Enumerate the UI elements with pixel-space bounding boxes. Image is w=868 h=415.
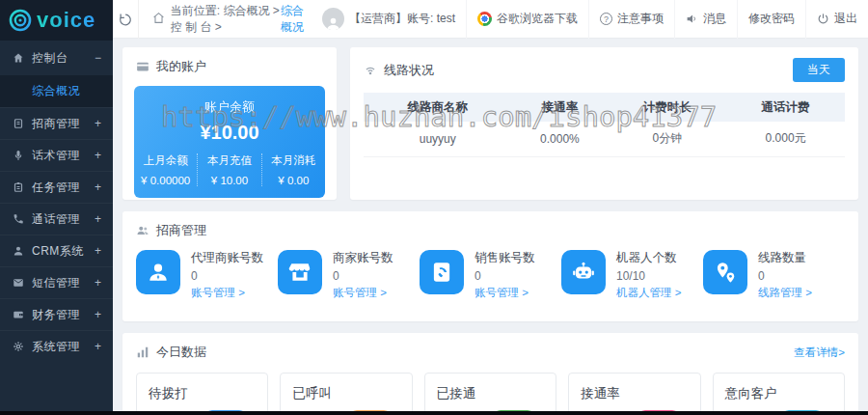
messages-link[interactable]: 消息	[674, 0, 737, 39]
balance-panel: 账户余额 ¥10.00 上月余额 ¥ 0.00000 本月充值 ¥ 10.00 …	[134, 86, 325, 198]
stat-value: 0	[475, 269, 535, 283]
sms-icon	[13, 277, 24, 289]
card-title: 招商管理	[156, 222, 206, 239]
sidebar-item-system[interactable]: 系统管理 +	[0, 330, 113, 362]
balance-label: 账户余额	[134, 98, 325, 116]
stat-label: 机器人个数	[616, 250, 681, 266]
agent-icon	[136, 250, 180, 294]
stat-label: 意向客户	[725, 385, 832, 402]
card-title: 今日数据	[156, 344, 206, 361]
today-stat-connected[interactable]: 已接通	[424, 373, 556, 415]
manage-link[interactable]: 账号管理 >	[475, 286, 535, 300]
expand-plus-icon[interactable]: +	[95, 244, 101, 258]
notice-link[interactable]: 注意事项	[588, 0, 674, 39]
sidebar-item-label: 通话管理	[32, 211, 95, 228]
stat-label: 已接通	[437, 385, 544, 402]
sidebar-item-label: 财务管理	[32, 307, 95, 323]
stat-value: ¥ 0.00000	[136, 175, 195, 186]
manage-link[interactable]: 线路管理 >	[758, 286, 812, 300]
sidebar-item-task[interactable]: 任务管理 +	[0, 171, 113, 203]
manage-link[interactable]: 账号管理 >	[333, 286, 393, 300]
messages-label: 消息	[703, 11, 726, 27]
expand-plus-icon[interactable]: +	[95, 308, 101, 321]
cell-call-fee: 0.000元	[726, 122, 845, 156]
change-password-link[interactable]: 修改密码	[737, 0, 805, 39]
call-icon	[13, 213, 24, 225]
stat-value: ¥ 0.00	[264, 175, 323, 186]
app-logo[interactable]: voice	[0, 0, 113, 41]
gear-icon	[13, 341, 24, 352]
avatar	[322, 8, 344, 30]
manage-link[interactable]: 账号管理 >	[191, 286, 263, 300]
merchant-icon	[136, 224, 149, 237]
balance-stat: 本月消耗 ¥ 0.00	[261, 153, 325, 186]
sidebar-item-console[interactable]: 控制台 −	[0, 41, 113, 75]
back-button[interactable]	[113, 0, 139, 39]
cell-connect-rate: 0.000%	[511, 122, 608, 156]
line-status-table: 线路商名称 接通率 计费时长 通话计费 uuyyuy 0.000% 0分钟 0.…	[364, 93, 845, 157]
manage-link[interactable]: 机器人管理 >	[616, 286, 681, 300]
stat-line-count: 线路数量 0 线路管理 >	[703, 250, 845, 300]
account-info[interactable]: 【运营商】账号: test	[312, 0, 466, 39]
badge-icon	[13, 118, 24, 129]
sidebar-item-label: 短信管理	[32, 275, 95, 291]
stat-value: 0	[191, 269, 263, 283]
balance-stat: 上月余额 ¥ 0.00000	[134, 153, 197, 186]
breadcrumb-current[interactable]: 综合概况	[281, 3, 312, 36]
stat-value: 10/10	[616, 269, 681, 283]
line-status-icon	[364, 64, 377, 77]
column-header: 接通率	[511, 93, 608, 122]
sidebar-item-label: CRM系统	[32, 243, 95, 260]
sidebar-item-merchant[interactable]: 招商管理 +	[0, 107, 113, 139]
card-title: 线路状况	[384, 62, 434, 79]
stat-value: 0	[333, 269, 393, 283]
stat-merchant-accounts: 商家账号数 0 账号管理 >	[278, 250, 420, 300]
today-stat-pending-calls[interactable]: 待拨打	[136, 373, 268, 415]
today-stat-connect-rate[interactable]: 接通率	[568, 373, 700, 415]
expand-plus-icon[interactable]: +	[95, 340, 101, 353]
breadcrumb: 当前位置: 综合概况 > 控 制 台 > 综合概况	[139, 3, 312, 36]
sidebar-item-label: 话术管理	[32, 148, 95, 164]
sidebar-item-script[interactable]: 话术管理 +	[0, 139, 113, 171]
today-button[interactable]: 当天	[793, 58, 845, 82]
person-icon	[13, 245, 24, 257]
stat-value: 0	[758, 269, 812, 283]
table-row[interactable]: uuyyuy 0.000% 0分钟 0.000元	[364, 122, 845, 156]
top-header: 当前位置: 综合概况 > 控 制 台 > 综合概况 【运营商】账号: test …	[113, 0, 868, 39]
home-icon	[152, 12, 165, 27]
sidebar-item-finance[interactable]: 财务管理 +	[0, 298, 113, 330]
sidebar-item-label: 控制台	[32, 50, 95, 67]
expand-plus-icon[interactable]: +	[95, 117, 101, 130]
stat-value: ¥ 10.00	[200, 175, 258, 186]
balance-stat: 本月充值 ¥ 10.00	[197, 153, 260, 186]
chrome-download-link[interactable]: 谷歌浏览器下载	[466, 0, 588, 39]
power-icon	[817, 13, 829, 25]
today-stat-intent-customers[interactable]: 意向客户	[713, 373, 845, 415]
pins-icon	[703, 250, 747, 294]
collapse-minus-icon[interactable]: −	[95, 51, 101, 65]
sidebar-item-sms[interactable]: 短信管理 +	[0, 266, 113, 298]
finance-icon	[13, 309, 24, 320]
expand-plus-icon[interactable]: +	[95, 180, 101, 194]
stat-label: 已呼叫	[292, 385, 399, 402]
today-stat-called[interactable]: 已呼叫	[280, 373, 412, 415]
stat-label: 上月余额	[136, 153, 195, 168]
sidebar-item-crm[interactable]: CRM系统 +	[0, 235, 113, 266]
column-header: 通话计费	[726, 93, 845, 122]
see-details-link[interactable]: 查看详情>	[794, 346, 845, 360]
mic-icon	[13, 150, 24, 161]
sidebar-item-calls[interactable]: 通话管理 +	[0, 203, 113, 235]
stat-robot-count: 机器人个数 10/10 机器人管理 >	[561, 250, 703, 300]
expand-plus-icon[interactable]: +	[95, 212, 101, 226]
merchant-card: 招商管理 代理商账号数 0 账号管理 > 商家账号数 0	[122, 211, 858, 321]
breadcrumb-path: 当前位置: 综合概况 > 控 制 台 >	[171, 3, 281, 36]
today-data-card: 今日数据 查看详情> 待拨打 已呼叫 已接通 接通率 意向客户	[122, 333, 858, 415]
sidebar-item-overview-active[interactable]: 综合概况	[0, 75, 113, 107]
line-status-card: 线路状况 当天 线路商名称 接通率 计费时长 通话计费 uuyyuy 0.000…	[350, 47, 858, 200]
stat-label: 待拨打	[149, 385, 256, 402]
stat-label: 商家账号数	[333, 250, 393, 266]
expand-plus-icon[interactable]: +	[95, 149, 101, 162]
expand-plus-icon[interactable]: +	[95, 276, 101, 290]
logout-link[interactable]: 退出	[805, 0, 868, 39]
back-icon	[118, 12, 132, 26]
